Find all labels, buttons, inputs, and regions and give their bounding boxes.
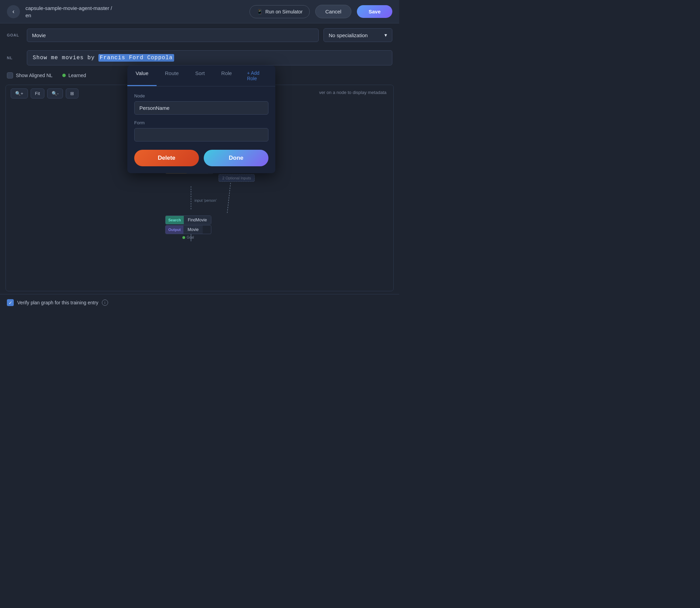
verify-checkbox[interactable]: ✓ (7, 299, 14, 306)
settings-button[interactable]: ⊞ (66, 88, 78, 98)
specialization-value: No specialization (329, 32, 368, 38)
nl-label: NL (7, 56, 22, 60)
svg-line-2 (227, 183, 231, 214)
goal-text: Goal (187, 235, 194, 239)
info-icon[interactable]: i (102, 300, 108, 306)
zoom-out-button[interactable]: 🔍- (47, 88, 63, 98)
show-aligned-label: Show Aligned NL (16, 73, 53, 78)
modal-body: Node Form Delete Done (127, 86, 275, 173)
zoom-in-icon: 🔍+ (15, 91, 23, 96)
goal-dot (182, 236, 185, 239)
tab-role[interactable]: Role (213, 65, 240, 86)
specialization-select[interactable]: No specialization ▾ (324, 28, 392, 42)
fit-button[interactable]: Fit (31, 88, 44, 98)
modal-tabs: Value Route Sort Role + Add Role (127, 65, 275, 86)
bottom-bar: ✓ Verify plan graph for this training en… (0, 294, 399, 311)
goal-row: GOAL No specialization ▾ (0, 23, 399, 47)
chevron-down-icon: ▾ (384, 32, 387, 38)
nl-text-before: Show me movies by (33, 55, 98, 61)
add-role-button[interactable]: + Add Role (240, 65, 275, 86)
find-movie-name: FindMovie (184, 216, 211, 224)
search-badge-findmovie: Search (166, 216, 184, 224)
tab-sort[interactable]: Sort (187, 65, 213, 86)
nl-text-highlight: Francis Ford Coppola (98, 54, 174, 62)
breadcrumb: capsule-sample-movie-agent-master / en (25, 4, 244, 19)
goal-label: GOAL (7, 33, 22, 37)
show-aligned-checkbox[interactable]: Show Aligned NL (7, 72, 53, 78)
cancel-button[interactable]: Cancel (315, 5, 351, 18)
output-movie-name: Movie (183, 226, 203, 234)
delete-button[interactable]: Delete (134, 150, 199, 166)
simulator-icon: 📱 (257, 9, 263, 14)
done-button[interactable]: Done (204, 150, 268, 166)
modal-buttons: Delete Done (134, 150, 268, 166)
output-movie-node[interactable]: Output Movie (165, 225, 211, 234)
goal-input[interactable] (27, 29, 319, 42)
zoom-in-button[interactable]: 🔍+ (11, 88, 28, 98)
graph-hint: ver on a node to display metadata (319, 90, 386, 95)
sliders-icon: ⊞ (70, 91, 74, 96)
learned-dot (62, 74, 66, 77)
save-button[interactable]: Save (357, 5, 392, 18)
tab-route[interactable]: Route (157, 65, 187, 86)
nl-input-display[interactable]: Show me movies by Francis Ford Coppola (27, 50, 392, 65)
goal-indicator: Goal (165, 235, 211, 240)
node-input[interactable] (134, 101, 268, 115)
tab-value[interactable]: Value (127, 65, 157, 86)
modal-panel: Value Route Sort Role + Add Role Node Fo… (127, 65, 275, 173)
learned-label: Learned (68, 73, 86, 78)
verify-label: Verify plan graph for this training entr… (17, 300, 98, 305)
form-field-label: Form (134, 120, 268, 125)
checkbox-box-aligned (7, 72, 13, 78)
find-movie-node[interactable]: Search FindMovie (165, 216, 211, 224)
zoom-out-icon: 🔍- (52, 91, 59, 96)
svg-text:input 'person': input 'person' (194, 198, 217, 202)
back-button[interactable]: ‹ (7, 5, 20, 18)
optional-inputs-badge[interactable]: 2 Optional Inputs (219, 174, 255, 182)
learned-indicator: Learned (62, 73, 86, 78)
run-simulator-button[interactable]: 📱 Run on Simulator (250, 5, 310, 18)
form-input[interactable] (134, 128, 268, 141)
node-field-label: Node (134, 93, 268, 98)
find-movie-group[interactable]: Search FindMovie Output Movie Goal (165, 216, 211, 240)
app-header: ‹ capsule-sample-movie-agent-master / en… (0, 0, 399, 23)
output-badge: Output (166, 226, 183, 234)
